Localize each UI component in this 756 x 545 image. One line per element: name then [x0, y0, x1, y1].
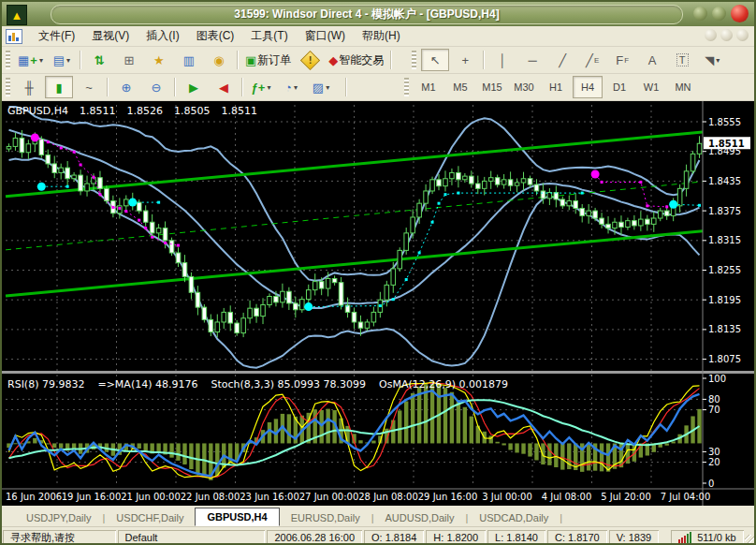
- toolbar-grip[interactable]: [6, 78, 10, 96]
- terminal-button[interactable]: ▥: [175, 49, 203, 71]
- close-button[interactable]: [731, 5, 749, 22]
- time-axis-label: 28 Jun 08:00: [358, 492, 418, 502]
- traffic-counter: 511/0 kb: [697, 532, 735, 543]
- candle-body: [502, 180, 506, 184]
- period-w1-button[interactable]: W1: [636, 76, 666, 98]
- zoom-out-button[interactable]: ⊖: [142, 76, 170, 98]
- candle-body: [606, 224, 611, 228]
- candle-body: [430, 180, 435, 191]
- candle-body: [560, 199, 565, 206]
- candle-body: [457, 172, 461, 179]
- expert-advisors-button[interactable]: ◆智能交易: [326, 49, 386, 71]
- toolbar-grip[interactable]: [6, 51, 10, 69]
- line-chart-button[interactable]: ~: [75, 76, 103, 98]
- candle-body: [300, 300, 305, 310]
- templates-button[interactable]: ▨▾: [307, 76, 335, 98]
- menu-tools[interactable]: 工具(T): [242, 26, 296, 46]
- zoom-in-button[interactable]: ⊕: [112, 76, 140, 98]
- tab-eurusd[interactable]: EURUSD,Daily: [280, 509, 371, 526]
- osma-bar: [521, 443, 525, 453]
- period-mn-button[interactable]: MN: [668, 76, 698, 98]
- bar-chart-button[interactable]: ╫: [15, 76, 43, 98]
- trail-dot: [177, 244, 180, 247]
- menu-window[interactable]: 窗口(W): [297, 26, 354, 46]
- cursor-icon: ↖: [430, 53, 441, 67]
- maximize-button[interactable]: [712, 7, 726, 21]
- tab-usdjpy[interactable]: USDJPY,Daily: [15, 509, 103, 526]
- candle-body: [619, 222, 624, 227]
- title-bar[interactable]: ▲ 31599: Windsor Direct 4 - 模拟帐户 - [GBPU…: [2, 2, 754, 26]
- text-label-button[interactable]: T: [668, 49, 696, 71]
- osma-bar: [326, 409, 329, 444]
- period-m5-button[interactable]: M5: [445, 76, 475, 98]
- menu-charts[interactable]: 图表(C): [188, 26, 243, 46]
- candlestick-button[interactable]: ▮: [45, 76, 73, 98]
- market-watch-button[interactable]: ⇅: [85, 49, 113, 71]
- dropdown-icon: ▾: [326, 83, 329, 92]
- candle-body: [593, 211, 598, 218]
- crosshair-tool-button[interactable]: +: [451, 49, 479, 71]
- period-h4-button[interactable]: H4: [573, 76, 603, 98]
- menu-insert[interactable]: 插入(I): [138, 26, 187, 46]
- candle-body: [495, 178, 500, 184]
- toolbar-grip[interactable]: [404, 78, 409, 96]
- mdi-close-button[interactable]: [736, 29, 749, 41]
- minimize-button[interactable]: [693, 7, 707, 21]
- osma-bar: [665, 443, 669, 445]
- candle-body: [664, 211, 669, 215]
- trendline-button[interactable]: ╱: [548, 49, 576, 71]
- price-chart-canvas[interactable]: 1.85551.84951.84351.83751.83151.82551.81…: [2, 101, 754, 506]
- menu-view[interactable]: 显视(V): [83, 26, 138, 46]
- menu-file[interactable]: 文件(F): [30, 26, 83, 46]
- period-m15-button[interactable]: M15: [477, 76, 507, 98]
- panel-divider: [2, 371, 754, 374]
- candle-body: [59, 168, 64, 172]
- toolbar-grip[interactable]: [412, 51, 416, 69]
- channel-button[interactable]: ╱E: [578, 49, 606, 71]
- indicators-button[interactable]: ƒ+▾: [247, 76, 275, 98]
- new-chart-button[interactable]: ▦+▾: [15, 49, 46, 71]
- status-close: C: 1.8170: [547, 530, 607, 545]
- candle-body: [541, 191, 545, 199]
- cursor-tool-button[interactable]: ↖: [421, 49, 449, 71]
- vertical-line-button[interactable]: │: [488, 49, 516, 71]
- tab-usdcad[interactable]: USDCAD,Daily: [468, 509, 560, 526]
- tab-gbpusd[interactable]: GBPUSD,H4: [195, 508, 279, 526]
- text-tool-button[interactable]: A: [638, 49, 666, 71]
- candle-body: [424, 191, 429, 203]
- indicator-axis-label: 30: [708, 447, 720, 457]
- window-resize-grip[interactable]: [745, 535, 754, 545]
- candle-body: [222, 312, 226, 322]
- period-h1-button[interactable]: H1: [541, 76, 571, 98]
- osma-bar: [600, 443, 603, 471]
- fibonacci-button[interactable]: FF: [608, 49, 636, 71]
- indicator-axis-label: 100: [708, 374, 726, 384]
- trail-big-dot: [669, 200, 677, 209]
- auto-scroll-button[interactable]: ▶: [180, 76, 208, 98]
- trail-big-dot: [304, 302, 313, 311]
- time-axis-label: 22 Jun 08:00: [181, 492, 240, 502]
- mdi-minimize-button[interactable]: [705, 29, 717, 41]
- periods-button[interactable]: ◔▾: [277, 76, 305, 98]
- period-m1-button[interactable]: M1: [414, 76, 443, 98]
- period-d1-button[interactable]: D1: [604, 76, 634, 98]
- candle-body: [306, 290, 311, 300]
- new-order-button[interactable]: ▣新订单: [242, 49, 294, 71]
- profiles-button[interactable]: ▤▾: [48, 49, 76, 71]
- period-m30-button[interactable]: M30: [509, 76, 539, 98]
- menu-help[interactable]: 帮助(H): [354, 26, 409, 46]
- chart-shift-button[interactable]: ◀: [210, 76, 238, 98]
- metaeditor-button[interactable]: !: [296, 49, 324, 71]
- strategy-tester-button[interactable]: ◉: [205, 49, 233, 71]
- horizontal-line-button[interactable]: ─: [518, 49, 546, 71]
- line-chart-icon: ~: [85, 81, 93, 95]
- tab-usdchf[interactable]: USDCHF,Daily: [105, 509, 195, 526]
- arrows-button[interactable]: ◥▾: [698, 49, 726, 71]
- mdi-restore-button[interactable]: [720, 29, 733, 41]
- navigator-button[interactable]: ★: [145, 49, 173, 71]
- tab-audusd[interactable]: AUDUSD,Daily: [374, 509, 466, 526]
- data-window-button[interactable]: ⊞: [115, 49, 143, 71]
- status-help-text: 寻求帮助,请按: [3, 530, 116, 545]
- candle-body: [437, 180, 442, 186]
- osma-bar: [189, 443, 193, 469]
